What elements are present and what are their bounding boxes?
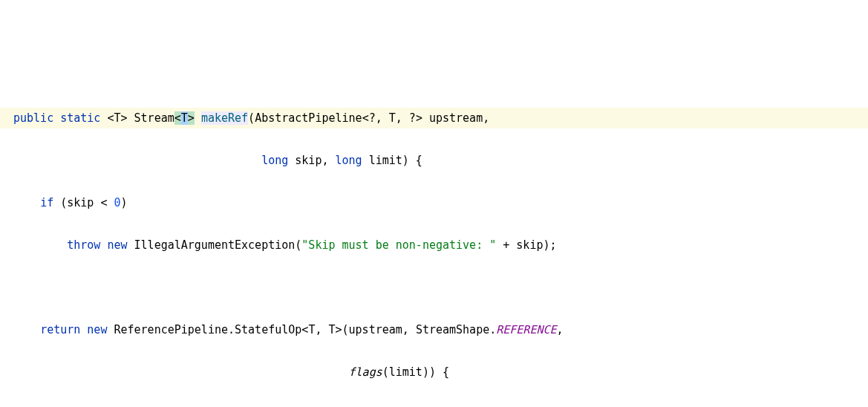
paren: ): [422, 365, 429, 379]
keyword-static: static: [60, 111, 100, 125]
paren: (: [295, 238, 301, 252]
code-line[interactable]: long skip, long limit) {: [0, 150, 868, 172]
keyword-new: new: [87, 323, 107, 336]
paren: (: [248, 111, 255, 125]
param-upstream: upstream: [429, 111, 483, 125]
code-line[interactable]: if (skip < 0): [0, 192, 868, 214]
keyword-throw: throw: [67, 238, 100, 252]
dot: .: [228, 323, 235, 336]
paren: ): [121, 196, 128, 209]
wildcard: ?: [409, 111, 416, 125]
op-lt: <: [100, 196, 107, 209]
code-line[interactable]: flags(limit)) {: [0, 362, 868, 383]
brace: {: [416, 154, 422, 167]
string-literal: "Skip must be non-negative: ": [301, 238, 496, 252]
angle: >: [336, 323, 342, 336]
generic-close: >: [121, 111, 128, 125]
paren: (: [382, 365, 389, 379]
comma: ,: [483, 111, 489, 125]
keyword-if: if: [40, 196, 53, 209]
var-skip: skip: [516, 238, 543, 252]
field-reference: REFERENCE: [496, 323, 556, 336]
selection-bracket: <: [174, 111, 181, 125]
wildcard: ?: [369, 111, 376, 125]
comma: ,: [315, 323, 322, 336]
code-line[interactable]: throw new IllegalArgumentException("Skip…: [0, 235, 868, 256]
code-line[interactable]: Spliterator<T> unorderedSkipLimitSpliter…: [0, 404, 868, 408]
code-line[interactable]: public static <T> Stream<T> makeRef(Abst…: [0, 108, 868, 129]
type-illegalargumentexception: IllegalArgumentException: [134, 238, 296, 252]
angle: >: [416, 111, 422, 125]
literal-zero: 0: [114, 196, 120, 209]
brace: {: [443, 365, 449, 379]
param-skip: skip: [295, 154, 322, 167]
var-limit: limit: [389, 365, 422, 379]
keyword-long: long: [261, 154, 288, 167]
dot: .: [489, 323, 496, 336]
code-line-blank[interactable]: [0, 277, 868, 299]
keyword-return: return: [40, 323, 80, 336]
generic-t: T: [114, 111, 120, 125]
generic-t: T: [328, 323, 335, 336]
comma: ,: [396, 111, 402, 125]
selection-bracket: >: [188, 111, 195, 125]
var-upstream: upstream: [349, 323, 402, 336]
comma: ,: [557, 323, 564, 336]
comma: ,: [402, 323, 409, 336]
op-plus: +: [503, 238, 509, 252]
keyword-new: new: [107, 238, 127, 252]
selection-t: T: [181, 111, 188, 125]
method-flags: flags: [349, 365, 382, 379]
paren: ): [402, 154, 409, 167]
generic-t: T: [389, 111, 396, 125]
type-streamshape: StreamShape: [416, 323, 489, 336]
type-stream: Stream: [134, 111, 174, 125]
keyword-public: public: [13, 111, 53, 125]
code-line[interactable]: return new ReferencePipeline.StatefulOp<…: [0, 319, 868, 341]
semi: ;: [550, 238, 557, 252]
keyword-long: long: [335, 154, 362, 167]
type-statefulop: StatefulOp: [235, 323, 301, 336]
param-limit: limit: [369, 154, 402, 167]
paren: (: [342, 323, 349, 336]
method-makeRef: makeRef: [201, 111, 248, 125]
comma: ,: [376, 111, 382, 125]
var-skip: skip: [67, 196, 94, 209]
comma: ,: [322, 154, 328, 167]
paren: ): [543, 238, 549, 252]
type-abstractpipeline: AbstractPipeline: [255, 111, 362, 125]
paren: ): [429, 365, 436, 379]
code-editor[interactable]: public static <T> Stream<T> makeRef(Abst…: [0, 85, 868, 407]
type-referencepipeline: ReferencePipeline: [114, 323, 228, 336]
paren: (: [60, 196, 67, 209]
angle: <: [362, 111, 369, 125]
